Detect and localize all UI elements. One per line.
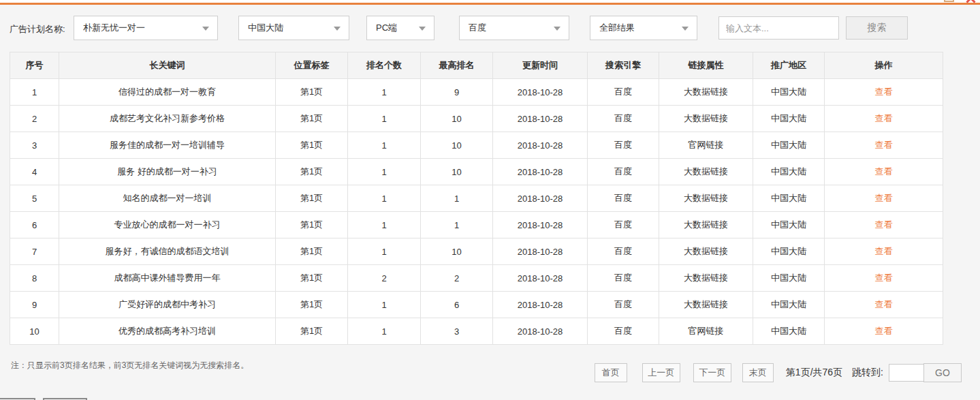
chevron-down-icon: [202, 27, 209, 31]
cell-best-rank: 10: [421, 106, 493, 132]
next-page-button[interactable]: 下一页: [693, 363, 731, 382]
table-row: 1 信得过的成都一对一教育 第1页 1 9 2018-10-28 百度 大数据链…: [10, 79, 943, 106]
cell-action: 查看: [825, 318, 943, 345]
cell-rank-count: 1: [348, 185, 421, 212]
cell-region: 中国大陆: [753, 159, 825, 185]
cell-engine: 百度: [588, 212, 659, 239]
view-link[interactable]: 查看: [875, 140, 893, 150]
view-link[interactable]: 查看: [875, 326, 893, 336]
view-link[interactable]: 查看: [875, 113, 893, 123]
cell-best-rank: 9: [421, 79, 493, 106]
cell-best-rank: 10: [421, 132, 493, 159]
view-link[interactable]: 查看: [875, 166, 893, 176]
cell-engine: 百度: [588, 239, 659, 265]
pagination-bar: 首页 上一页 下一页 末页 第1页/共76页 跳转到: GO: [595, 363, 962, 382]
view-link[interactable]: 查看: [875, 87, 893, 97]
view-link[interactable]: 查看: [875, 273, 893, 283]
cell-rank-count: 1: [348, 292, 421, 318]
cell-keyword: 成都艺考文化补习新参考价格: [59, 106, 276, 132]
plan-name-select[interactable]: 朴新无忧一对一: [74, 16, 218, 40]
window-top-strip: [0, 0, 980, 3]
cell-link-type: 大数据链接: [659, 79, 753, 106]
cell-engine: 百度: [588, 106, 659, 132]
cell-link-type: 官网链接: [659, 132, 753, 159]
cell-engine: 百度: [588, 79, 659, 106]
cell-keyword: 优秀的成都高考补习培训: [59, 318, 276, 345]
header-engine: 搜索引擎: [588, 52, 659, 79]
view-link[interactable]: 查看: [875, 299, 893, 309]
cell-page: 第1页: [276, 159, 348, 185]
cell-updated: 2018-10-28: [493, 292, 588, 318]
cell-best-rank: 10: [421, 239, 493, 265]
cell-action: 查看: [825, 239, 943, 265]
chevron-down-icon: [554, 27, 560, 31]
last-page-button[interactable]: 末页: [742, 363, 774, 382]
cell-engine: 百度: [588, 292, 659, 318]
header-best-rank: 最高排名: [421, 52, 493, 79]
cell-best-rank: 10: [421, 159, 493, 185]
cell-keyword: 信得过的成都一对一教育: [59, 79, 276, 106]
cell-page: 第1页: [276, 212, 348, 239]
cell-rank-count: 1: [348, 79, 421, 106]
cell-page: 第1页: [276, 318, 348, 345]
cell-page: 第1页: [276, 292, 348, 318]
region-select[interactable]: 中国大陆: [238, 16, 349, 40]
engine-select[interactable]: 百度: [459, 16, 569, 40]
cell-page: 第1页: [276, 239, 348, 265]
header-updated: 更新时间: [493, 52, 588, 79]
cell-action: 查看: [825, 292, 943, 318]
table-row: 5 知名的成都一对一培训 第1页 1 1 2018-10-28 百度 大数据链接…: [10, 185, 943, 212]
restore-window-icon[interactable]: [944, 0, 954, 2]
cell-link-type: 大数据链接: [659, 106, 753, 132]
cell-link-type: 大数据链接: [659, 185, 753, 212]
cell-seq: 9: [10, 292, 59, 318]
cell-updated: 2018-10-28: [493, 106, 588, 132]
cell-page: 第1页: [276, 106, 348, 132]
jump-page-input[interactable]: [889, 364, 924, 382]
cell-rank-count: 1: [348, 106, 421, 132]
cell-engine: 百度: [588, 185, 659, 212]
cell-region: 中国大陆: [753, 265, 825, 292]
device-select[interactable]: PC端: [366, 16, 434, 40]
header-link-type: 链接属性: [659, 52, 753, 79]
keyword-rank-table: 序号 长关键词 位置标签 排名个数 最高排名 更新时间 搜索引擎 链接属性 推广…: [10, 52, 943, 345]
table-row: 2 成都艺考文化补习新参考价格 第1页 1 10 2018-10-28 百度 大…: [10, 106, 943, 132]
go-button[interactable]: GO: [923, 363, 962, 382]
page-info: 第1页/共76页: [786, 367, 842, 379]
cell-best-rank: 3: [421, 318, 493, 345]
cell-rank-count: 1: [348, 159, 421, 185]
search-button[interactable]: 搜索: [846, 16, 908, 40]
engine-select-value: 百度: [469, 22, 486, 34]
cell-seq: 8: [10, 265, 59, 292]
cell-keyword: 广受好评的成都中考补习: [59, 292, 276, 318]
chevron-down-icon: [682, 27, 689, 31]
close-window-icon[interactable]: [964, 0, 977, 3]
table-row: 3 服务佳的成都一对一培训辅导 第1页 1 10 2018-10-28 百度 官…: [10, 132, 943, 159]
cell-updated: 2018-10-28: [493, 318, 588, 345]
cell-region: 中国大陆: [753, 132, 825, 159]
accent-divider: [0, 3, 980, 5]
prev-page-button[interactable]: 上一页: [642, 363, 680, 382]
cell-page: 第1页: [276, 185, 348, 212]
first-page-button[interactable]: 首页: [595, 363, 627, 382]
cell-region: 中国大陆: [753, 318, 825, 345]
header-rank-count: 排名个数: [348, 52, 421, 79]
cell-region: 中国大陆: [753, 239, 825, 265]
cell-seq: 5: [10, 185, 59, 212]
cell-action: 查看: [825, 212, 943, 239]
cell-action: 查看: [825, 106, 943, 132]
cell-seq: 3: [10, 132, 59, 159]
cell-keyword: 服务佳的成都一对一培训辅导: [59, 132, 276, 159]
cell-seq: 10: [10, 318, 59, 345]
search-input[interactable]: [718, 16, 839, 40]
cell-updated: 2018-10-28: [493, 265, 588, 292]
result-filter-select[interactable]: 全部结果: [590, 16, 697, 40]
cell-keyword: 服务 好的成都一对一补习: [59, 159, 276, 185]
view-link[interactable]: 查看: [875, 246, 893, 256]
cell-link-type: 大数据链接: [659, 212, 753, 239]
view-link[interactable]: 查看: [875, 219, 893, 230]
table-row: 10 优秀的成都高考补习培训 第1页 1 3 2018-10-28 百度 官网链…: [10, 318, 943, 345]
view-link[interactable]: 查看: [875, 193, 893, 203]
table-row: 9 广受好评的成都中考补习 第1页 1 6 2018-10-28 百度 大数据链…: [10, 292, 943, 318]
table-row: 6 专业放心的成都一对一补习 第1页 1 1 2018-10-28 百度 大数据…: [10, 212, 943, 239]
